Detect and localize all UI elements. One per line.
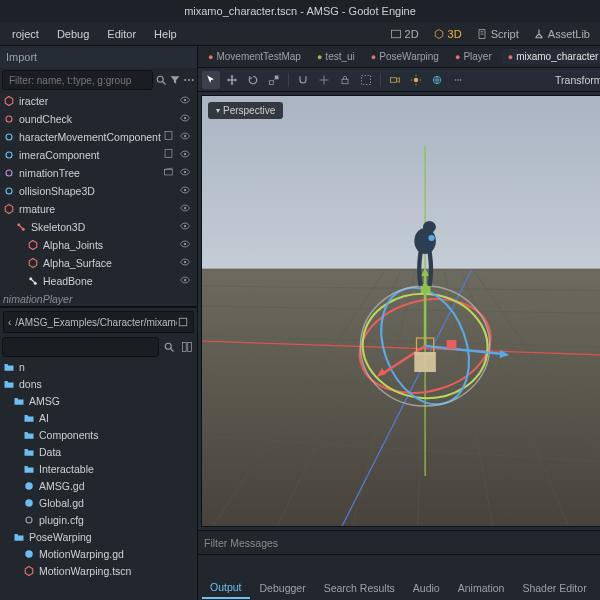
filesystem-path[interactable]: ‹ /AMSG_Examples/Character/mixamo_char bbox=[3, 311, 194, 333]
bottom-tab-debugger[interactable]: Debugger bbox=[252, 578, 314, 598]
mode-assetlib[interactable]: AssetLib bbox=[527, 25, 596, 43]
tree-node-rmature[interactable]: rmature bbox=[0, 200, 197, 218]
bottom-tab-search-results[interactable]: Search Results bbox=[316, 578, 403, 598]
scene-tree[interactable]: iracteroundCheckharacterMovementComponen… bbox=[0, 92, 197, 292]
funnel-icon[interactable] bbox=[169, 72, 181, 88]
bottom-tab-animation[interactable]: Animation bbox=[450, 578, 513, 598]
fs-MotionWarpingtscn[interactable]: MotionWarping.tscn bbox=[0, 562, 197, 579]
raycast-icon bbox=[2, 112, 16, 126]
fs-Globalgd[interactable]: Global.gd bbox=[0, 494, 197, 511]
snap-toggle-icon[interactable] bbox=[294, 71, 312, 89]
tree-cutoff: nimationPlayer bbox=[0, 292, 197, 306]
fs-AI[interactable]: AI bbox=[0, 409, 197, 426]
visibility-icon[interactable] bbox=[179, 274, 193, 288]
menu-roject[interactable]: roject bbox=[4, 24, 47, 44]
fs-Data[interactable]: Data bbox=[0, 443, 197, 460]
visibility-icon[interactable] bbox=[179, 238, 193, 252]
split-icon[interactable] bbox=[179, 339, 195, 355]
perspective-button[interactable]: ▾Perspective bbox=[208, 102, 283, 119]
clapper-icon[interactable] bbox=[163, 166, 177, 180]
tab-PoseWarping[interactable]: ●PoseWarping bbox=[365, 49, 445, 64]
mode-script[interactable]: Script bbox=[470, 25, 525, 43]
move-tool-icon[interactable] bbox=[223, 71, 241, 89]
filter-messages-input[interactable]: Filter Messages bbox=[198, 531, 600, 555]
visibility-icon[interactable] bbox=[179, 256, 193, 270]
lock-icon[interactable] bbox=[336, 71, 354, 89]
svg-point-3 bbox=[184, 79, 186, 81]
fs-Components[interactable]: Components bbox=[0, 426, 197, 443]
scene-filter-input[interactable] bbox=[2, 70, 153, 90]
filesystem-tree[interactable]: ndonsAMSGAIComponentsDataInteractableAMS… bbox=[0, 358, 197, 600]
bottom-tab-audio[interactable]: Audio bbox=[405, 578, 448, 598]
more-icon[interactable] bbox=[183, 72, 195, 88]
tree-node-imeraComponent[interactable]: imeraComponent bbox=[0, 146, 197, 164]
tree-node-Alpha_Surface[interactable]: Alpha_Surface bbox=[0, 254, 197, 272]
mode-2d[interactable]: 2D bbox=[384, 25, 425, 43]
svg-point-12 bbox=[6, 152, 12, 158]
fs-plugincfg[interactable]: plugin.cfg bbox=[0, 511, 197, 528]
fs-Interactable[interactable]: Interactable bbox=[0, 460, 197, 477]
tree-node-oundCheck[interactable]: oundCheck bbox=[0, 110, 197, 128]
bottom-tab-output[interactable]: Output bbox=[202, 577, 250, 599]
tree-node-ollisionShape3D[interactable]: ollisionShape3D bbox=[0, 182, 197, 200]
visibility-icon[interactable] bbox=[179, 202, 193, 216]
env-icon[interactable] bbox=[428, 71, 446, 89]
menu-help[interactable]: Help bbox=[146, 24, 185, 44]
menu-bar: rojectDebugEditorHelp 2D3DScriptAssetLib bbox=[0, 22, 600, 46]
search-icon[interactable] bbox=[161, 339, 177, 355]
svg-point-94 bbox=[423, 221, 436, 233]
svg-point-11 bbox=[184, 135, 186, 137]
select-tool-icon[interactable] bbox=[202, 71, 220, 89]
tree-node-iracter[interactable]: iracter bbox=[0, 92, 197, 110]
script-badge-icon[interactable] bbox=[163, 148, 177, 162]
svg-point-5 bbox=[192, 79, 194, 81]
svg-rect-52 bbox=[275, 75, 279, 79]
tab-test_ui[interactable]: ●test_ui bbox=[311, 49, 361, 64]
visibility-icon[interactable] bbox=[179, 220, 193, 234]
tree-node-HeadBone[interactable]: HeadBone bbox=[0, 272, 197, 290]
fs-PoseWarping[interactable]: PoseWarping bbox=[0, 528, 197, 545]
fs-MotionWarpinggd[interactable]: MotionWarping.gd bbox=[0, 545, 197, 562]
sun-icon[interactable] bbox=[407, 71, 425, 89]
group-icon[interactable] bbox=[357, 71, 375, 89]
menu-editor[interactable]: Editor bbox=[99, 24, 144, 44]
svg-point-48 bbox=[25, 499, 33, 507]
visibility-icon[interactable] bbox=[179, 166, 193, 180]
tree-node-Alpha_Joints[interactable]: Alpha_Joints bbox=[0, 236, 197, 254]
visibility-icon[interactable] bbox=[179, 148, 193, 162]
fs-dons[interactable]: dons bbox=[0, 375, 197, 392]
fs-n[interactable]: n bbox=[0, 358, 197, 375]
tree-node-nimationTree[interactable]: nimationTree bbox=[0, 164, 197, 182]
svg-point-1 bbox=[157, 76, 163, 82]
rotate-tool-icon[interactable] bbox=[244, 71, 262, 89]
search-icon[interactable] bbox=[155, 72, 167, 88]
viewport-menu-transform[interactable]: Transform bbox=[555, 74, 600, 86]
tab-Player[interactable]: ●Player bbox=[449, 49, 498, 64]
tree-node-haracterMovementComponent[interactable]: haracterMovementComponent bbox=[0, 128, 197, 146]
bottom-tab-shader-editor[interactable]: Shader Editor bbox=[514, 578, 594, 598]
scene-dock-header[interactable]: Import bbox=[0, 46, 197, 68]
mode-3d[interactable]: 3D bbox=[427, 25, 468, 43]
folder-icon bbox=[12, 530, 26, 544]
viewport-3d[interactable]: ▾Perspective bbox=[201, 95, 600, 527]
scale-tool-icon[interactable] bbox=[265, 71, 283, 89]
menu-debug[interactable]: Debug bbox=[49, 24, 97, 44]
folder-icon bbox=[22, 411, 36, 425]
local-space-icon[interactable] bbox=[315, 71, 333, 89]
tab-MovementTestMap[interactable]: ●MovementTestMap bbox=[202, 49, 307, 64]
svg-point-9 bbox=[6, 134, 12, 140]
filesystem-search-input[interactable] bbox=[2, 337, 159, 357]
visibility-icon[interactable] bbox=[179, 184, 193, 198]
visibility-icon[interactable] bbox=[179, 130, 193, 144]
fs-AMSGgd[interactable]: AMSG.gd bbox=[0, 477, 197, 494]
script-badge-icon[interactable] bbox=[163, 130, 177, 144]
script-icon bbox=[2, 130, 16, 144]
visibility-icon[interactable] bbox=[179, 94, 193, 108]
fs-AMSG[interactable]: AMSG bbox=[0, 392, 197, 409]
visibility-icon[interactable] bbox=[179, 112, 193, 126]
camera-icon[interactable] bbox=[386, 71, 404, 89]
dropdown-icon[interactable] bbox=[449, 71, 467, 89]
scene-filter-row bbox=[0, 68, 197, 92]
tab-mixamo_character[interactable]: ●mixamo_character bbox=[502, 49, 600, 64]
tree-node-Skeleton3D[interactable]: Skeleton3D bbox=[0, 218, 197, 236]
